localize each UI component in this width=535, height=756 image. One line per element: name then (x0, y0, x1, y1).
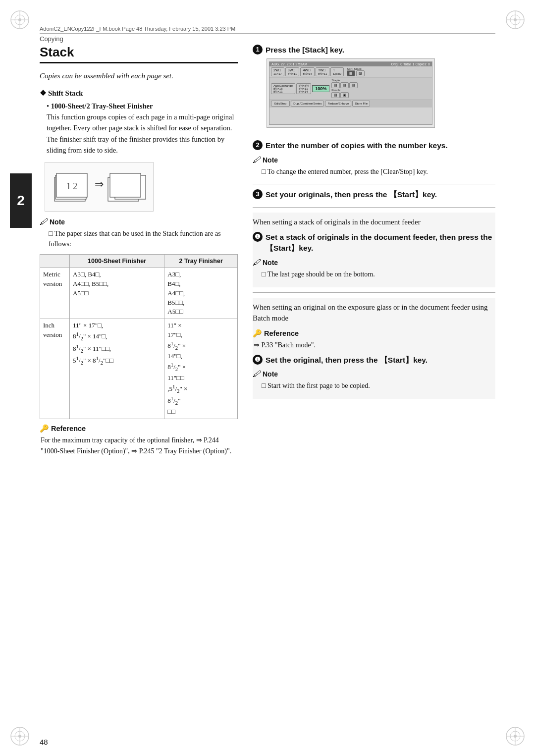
note-text-1: The paper sizes that can be used in the … (49, 228, 238, 249)
note-text-2: To change the entered number, press the … (262, 166, 495, 177)
panel-btn-2w[interactable]: 2W□11×17 (271, 67, 284, 76)
ref-icon-right: 🔑 (253, 329, 262, 338)
panel-zoom-display: 100% (312, 85, 329, 92)
section-title: Stack (40, 45, 238, 63)
step-b1-heading: ❶ Set the original, then press the 【Star… (253, 355, 495, 366)
step-2-block: 2 Enter the number of copies with the nu… (253, 140, 495, 176)
stack-svg: 1 2 ⇒ (50, 165, 149, 208)
panel-editstop[interactable]: Edit/Stop (271, 101, 290, 107)
panel-dup-combine[interactable]: Dup./Combine/Series (291, 101, 324, 107)
svg-rect-27 (110, 173, 141, 197)
step-2-number: 2 (253, 140, 263, 150)
divider-3 (253, 207, 495, 208)
table-row-inch: Inch version 11" × 17"□,81/2" × 14"□,81/… (40, 319, 238, 419)
panel-auto-row: AutoExchange8½×158½×11 5½×8½8½×118½×14 1… (269, 78, 432, 100)
note-icon-1: 🖊 (40, 217, 48, 226)
table-cell-inch-1000: 11" × 17"□,81/2" × 14"□,81/2" × 11"□□,51… (70, 319, 164, 419)
when-batch-text: When setting an original on the exposure… (253, 302, 495, 324)
control-panel-image: AUG. 27, 2001 2:53AM Origi: 0 Total: 1 C… (267, 58, 435, 128)
table-col-2tray: 2 Tray Finisher (164, 254, 238, 268)
step-3-block: 3 Set your originals, then press the 【St… (253, 189, 495, 200)
step-3-heading: 3 Set your originals, then press the 【St… (253, 189, 495, 200)
ref-section-left: 🔑 Reference For the maximum tray capacit… (40, 424, 238, 456)
corner-decoration-br (504, 725, 526, 747)
panel-staple-btn2[interactable]: ▤ (340, 82, 349, 88)
when-stack-text: When setting a stack of originals in the… (253, 216, 495, 228)
note-title-a1: 🖊 Note (253, 258, 495, 267)
table-cell-metric-1000: A3□, B4□,A4□□, B5□□,A5□□ (70, 268, 164, 319)
step-a1-text: Set a stack of originals in the document… (266, 232, 495, 254)
note-icon-b1: 🖊 (253, 370, 261, 378)
table-col-empty (40, 254, 70, 268)
shift-stack-title: ❖Shift Stack (40, 89, 238, 98)
divider-2 (253, 184, 495, 184)
step-b1-number: ❶ (253, 355, 263, 365)
finisher-name: 1000-Sheet/2 Tray-Sheet Finisher (51, 102, 153, 110)
step-2-text: Enter the number of copies with the numb… (266, 140, 495, 151)
panel-counters: Origi: 0 Total: 1 Copies: 0 (391, 62, 430, 66)
ref-icon-left: 🔑 (40, 424, 49, 433)
panel-punch-label: Punch: (331, 89, 358, 92)
page-content: 2 Stack Copies can be assembled with eac… (40, 45, 495, 726)
table-cell-metric-label: Metric version (40, 268, 70, 319)
panel-btn-tw[interactable]: TW□8½×11 (316, 67, 330, 76)
svg-text:1 2: 1 2 (66, 181, 78, 191)
shift-stack-bullet: 1000-Sheet/2 Tray-Sheet Finisher This fu… (47, 101, 238, 156)
step-3-text: Set your originals, then press the 【Star… (266, 189, 495, 200)
table-col-1000sheet: 1000-Sheet Finisher (70, 254, 164, 268)
step-b1-text: Set the original, then press the 【Start】… (266, 355, 495, 366)
panel-staple-btn3[interactable]: ▤ (349, 82, 358, 88)
page-tab: 2 (10, 173, 32, 228)
intro-text: Copies can be assembled with each page s… (40, 70, 238, 82)
panel-sort-btn[interactable]: ▦ (347, 70, 355, 76)
panel-reduce[interactable]: 5½×8½8½×118½×14 (296, 83, 311, 94)
panel-store-file[interactable]: Store File (352, 101, 370, 107)
panel-btn-4w[interactable]: 4W□8½×14 (300, 67, 315, 76)
divider-1 (253, 135, 495, 135)
panel-staple-punch: Staple: ▤ ▤ ▤ Punch: ▤ ▣ (331, 79, 358, 98)
step-2-heading: 2 Enter the number of copies with the nu… (253, 140, 495, 151)
note-icon-2: 🖊 (253, 156, 261, 164)
panel-autoexchange[interactable]: AutoExchange8½×158½×11 (271, 83, 295, 94)
table-cell-inch-label: Inch version (40, 319, 70, 419)
left-column: 2 Stack Copies can be assembled with eac… (40, 45, 238, 456)
panel-staple-label: Staple: (331, 79, 358, 82)
ref-title-left: 🔑 Reference (40, 424, 238, 433)
when-stack-block: When setting a stack of originals in the… (253, 213, 495, 287)
panel-punch-btn2[interactable]: ▣ (340, 92, 349, 98)
note-section-a1: 🖊 Note The last page should be on the bo… (253, 258, 495, 279)
step-1-heading: 1 Press the [Stack] key. (253, 45, 495, 55)
panel-btn-eject[interactable]: ↑Eject2 (330, 67, 344, 76)
panel-punch-btns: ▤ ▣ (331, 92, 358, 98)
panel-staple-btn1[interactable]: ▤ (331, 82, 340, 88)
step-a1-number: ❶ (253, 232, 263, 242)
ref-title-right: 🔑 Reference (253, 329, 495, 338)
file-label: AdoniC2_ENCopy122F_FM.book Page 48 Thurs… (40, 26, 495, 32)
control-panel-inner: AUG. 27, 2001 2:53AM Origi: 0 Total: 1 C… (269, 61, 432, 125)
corner-decoration-bl (9, 725, 31, 747)
panel-staple-btns: ▤ ▤ ▤ (331, 82, 358, 88)
panel-sort-btns: ▦ ▨ (347, 70, 365, 76)
page-number: 48 (40, 738, 48, 746)
stack-illustration: 1 2 ⇒ (45, 162, 154, 212)
diamond-icon: ❖ (40, 89, 46, 97)
right-column: 1 Press the [Stack] key. AUG. 27, 2001 2… (253, 45, 495, 401)
note-title-1: 🖊 Note (40, 217, 238, 226)
when-batch-block: When setting an original on the exposure… (253, 298, 495, 399)
panel-reduce-enlarge[interactable]: Reduce/Enlarge (325, 101, 351, 107)
panel-date: AUG. 27, 2001 2:53AM (271, 62, 307, 66)
page: AdoniC2_ENCopy122F_FM.book Page 48 Thurs… (0, 0, 535, 756)
header: AdoniC2_ENCopy122F_FM.book Page 48 Thurs… (40, 26, 495, 43)
panel-btn-3w[interactable]: 3W□8½×11 (285, 67, 300, 76)
ref-section-right: 🔑 Reference ⇒ P.33 "Batch mode". (253, 329, 495, 351)
paper-sizes-table: 1000-Sheet Finisher 2 Tray Finisher Metr… (40, 254, 238, 419)
step-a1-heading: ❶ Set a stack of originals in the docume… (253, 232, 495, 254)
section-label: Copying (40, 35, 495, 43)
note-text-b1: Start with the first page to be copied. (262, 380, 495, 391)
note-title-b1: 🖊 Note (253, 370, 495, 378)
step-1-text: Press the [Stack] key. (266, 45, 495, 55)
panel-punch-btn1[interactable]: ▤ (331, 92, 340, 98)
note-icon-a1: 🖊 (253, 258, 261, 267)
panel-stack-btn[interactable]: ▨ (356, 70, 365, 76)
panel-paper-row: 2W□11×17 3W□8½×11 4W□8½×14 TW□8½×11 ↑Eje… (269, 66, 432, 78)
